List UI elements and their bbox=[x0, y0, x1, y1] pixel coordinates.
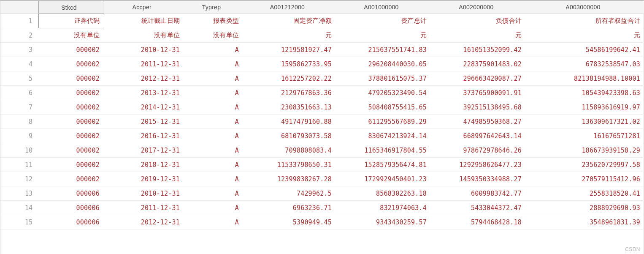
table-row[interactable]: 70000022014-12-31A2308351663.13508408755… bbox=[0, 100, 644, 115]
cell-a003000000[interactable]: 105439423398.63 bbox=[526, 86, 644, 100]
cell-accper[interactable]: 2019-12-31 bbox=[104, 172, 184, 186]
cell-stkcd[interactable]: 000002 bbox=[38, 100, 104, 115]
cell-a001212000[interactable]: 固定资产净额 bbox=[243, 14, 336, 28]
cell-typrep[interactable]: A bbox=[184, 129, 243, 143]
cell-a001000000[interactable]: 1165346917804.55 bbox=[336, 143, 431, 158]
cell-a002000000[interactable]: 228375901483.02 bbox=[431, 57, 526, 71]
cell-stkcd[interactable]: 没有单位 bbox=[38, 28, 104, 43]
cell-typrep[interactable]: A bbox=[184, 158, 243, 172]
cell-a002000000[interactable]: 296663420087.27 bbox=[431, 71, 526, 86]
cell-a002000000[interactable]: 负债合计 bbox=[431, 14, 526, 28]
cell-a001212000[interactable]: 2308351663.13 bbox=[243, 100, 336, 115]
table-row[interactable]: 30000022010-12-31A1219581927.47215637551… bbox=[0, 43, 644, 57]
cell-a001000000[interactable]: 479205323490.54 bbox=[336, 86, 431, 100]
row-number[interactable]: 8 bbox=[0, 115, 38, 129]
cell-stkcd[interactable]: 000002 bbox=[38, 86, 104, 100]
cell-stkcd[interactable]: 000002 bbox=[38, 57, 104, 71]
data-table[interactable]: Stkcd Accper Typrep A001212000 A00100000… bbox=[0, 1, 644, 229]
cell-accper[interactable]: 2012-12-31 bbox=[104, 71, 184, 86]
cell-typrep[interactable]: A bbox=[184, 143, 243, 158]
corner-cell[interactable] bbox=[0, 1, 38, 14]
cell-a003000000[interactable]: 186673939158.29 bbox=[526, 143, 644, 158]
cell-a003000000[interactable]: 3548961831.39 bbox=[526, 215, 644, 229]
row-number[interactable]: 14 bbox=[0, 201, 38, 215]
cell-a001212000[interactable]: 5390949.45 bbox=[243, 215, 336, 229]
row-number[interactable]: 12 bbox=[0, 172, 38, 186]
cell-a001000000[interactable]: 8321974063.4 bbox=[336, 201, 431, 215]
row-number[interactable]: 4 bbox=[0, 57, 38, 71]
cell-a003000000[interactable]: 54586199642.41 bbox=[526, 43, 644, 57]
row-number[interactable]: 6 bbox=[0, 86, 38, 100]
cell-a001212000[interactable]: 6810793073.58 bbox=[243, 129, 336, 143]
cell-accper[interactable]: 2013-12-31 bbox=[104, 86, 184, 100]
cell-a003000000[interactable]: 2558318520.41 bbox=[526, 186, 644, 201]
cell-a003000000[interactable]: 所有者权益合计 bbox=[526, 14, 644, 28]
table-row[interactable]: 90000022016-12-31A6810793073.58830674213… bbox=[0, 129, 644, 143]
cell-a001212000[interactable]: 1612257202.22 bbox=[243, 71, 336, 86]
table-row[interactable]: 120000022019-12-31A12399838267.281729929… bbox=[0, 172, 644, 186]
cell-a002000000[interactable]: 1292958626477.23 bbox=[431, 158, 526, 172]
cell-a002000000[interactable]: 373765900091.91 bbox=[431, 86, 526, 100]
cell-a003000000[interactable]: 82138194988.10001 bbox=[526, 71, 644, 86]
table-row[interactable]: 60000022013-12-31A2129767863.36479205323… bbox=[0, 86, 644, 100]
cell-a001212000[interactable]: 12399838267.28 bbox=[243, 172, 336, 186]
cell-a002000000[interactable]: 1459350334988.27 bbox=[431, 172, 526, 186]
cell-accper[interactable]: 2010-12-31 bbox=[104, 43, 184, 57]
cell-stkcd[interactable]: 000002 bbox=[38, 71, 104, 86]
cell-a001000000[interactable]: 611295567689.29 bbox=[336, 115, 431, 129]
cell-a001212000[interactable]: 1219581927.47 bbox=[243, 43, 336, 57]
cell-accper[interactable]: 2010-12-31 bbox=[104, 186, 184, 201]
cell-a002000000[interactable]: 161051352099.42 bbox=[431, 43, 526, 57]
cell-accper[interactable]: 2015-12-31 bbox=[104, 115, 184, 129]
cell-a001000000[interactable]: 296208440030.05 bbox=[336, 57, 431, 71]
cell-accper[interactable]: 2016-12-31 bbox=[104, 129, 184, 143]
cell-a003000000[interactable]: 67832538547.03 bbox=[526, 57, 644, 71]
cell-typrep[interactable]: A bbox=[184, 57, 243, 71]
cell-a003000000[interactable]: 136309617321.02 bbox=[526, 115, 644, 129]
col-header-a003000000[interactable]: A003000000 bbox=[526, 1, 644, 14]
col-header-a001000000[interactable]: A001000000 bbox=[336, 1, 431, 14]
row-number[interactable]: 7 bbox=[0, 100, 38, 115]
cell-a001000000[interactable]: 215637551741.83 bbox=[336, 43, 431, 57]
cell-a003000000[interactable]: 115893616919.97 bbox=[526, 100, 644, 115]
cell-a001212000[interactable]: 1595862733.95 bbox=[243, 57, 336, 71]
table-row[interactable]: 100000022017-12-31A7098808083.4116534691… bbox=[0, 143, 644, 158]
cell-a001000000[interactable]: 830674213924.14 bbox=[336, 129, 431, 143]
row-number[interactable]: 1 bbox=[0, 14, 38, 28]
table-row[interactable]: 50000022012-12-31A1612257202.22378801615… bbox=[0, 71, 644, 86]
cell-a002000000[interactable]: 6009983742.77 bbox=[431, 186, 526, 201]
cell-a002000000[interactable]: 474985950368.27 bbox=[431, 115, 526, 129]
cell-stkcd[interactable]: 000002 bbox=[38, 43, 104, 57]
cell-typrep[interactable]: A bbox=[184, 115, 243, 129]
cell-stkcd[interactable]: 000002 bbox=[38, 172, 104, 186]
table-row[interactable]: 150000062012-12-31A5390949.459343430259.… bbox=[0, 215, 644, 229]
cell-a001000000[interactable]: 资产总计 bbox=[336, 14, 431, 28]
cell-a002000000[interactable]: 392515138495.68 bbox=[431, 100, 526, 115]
cell-typrep[interactable]: A bbox=[184, 43, 243, 57]
cell-a001000000[interactable]: 508408755415.65 bbox=[336, 100, 431, 115]
cell-a001212000[interactable]: 元 bbox=[243, 28, 336, 43]
cell-a001000000[interactable]: 元 bbox=[336, 28, 431, 43]
cell-stkcd[interactable]: 000006 bbox=[38, 186, 104, 201]
cell-accper[interactable]: 2017-12-31 bbox=[104, 143, 184, 158]
cell-accper[interactable]: 2018-12-31 bbox=[104, 158, 184, 172]
table-row[interactable]: 2没有单位没有单位没有单位元元元元 bbox=[0, 28, 644, 43]
col-header-typrep[interactable]: Typrep bbox=[184, 1, 243, 14]
cell-typrep[interactable]: A bbox=[184, 86, 243, 100]
cell-typrep[interactable]: A bbox=[184, 71, 243, 86]
row-number[interactable]: 2 bbox=[0, 28, 38, 43]
cell-stkcd[interactable]: 证券代码 bbox=[38, 14, 104, 28]
col-header-accper[interactable]: Accper bbox=[104, 1, 184, 14]
cell-typrep[interactable]: A bbox=[184, 100, 243, 115]
cell-a003000000[interactable]: 元 bbox=[526, 28, 644, 43]
cell-a002000000[interactable]: 5794468428.18 bbox=[431, 215, 526, 229]
row-number[interactable]: 11 bbox=[0, 158, 38, 172]
cell-stkcd[interactable]: 000002 bbox=[38, 129, 104, 143]
table-row[interactable]: 40000022011-12-31A1595862733.95296208440… bbox=[0, 57, 644, 71]
table-row[interactable]: 110000022018-12-31A11533798650.311528579… bbox=[0, 158, 644, 172]
cell-a003000000[interactable]: 270579115412.96 bbox=[526, 172, 644, 186]
cell-typrep[interactable]: 没有单位 bbox=[184, 28, 243, 43]
row-number[interactable]: 5 bbox=[0, 71, 38, 86]
cell-accper[interactable]: 2012-12-31 bbox=[104, 215, 184, 229]
row-number[interactable]: 3 bbox=[0, 43, 38, 57]
